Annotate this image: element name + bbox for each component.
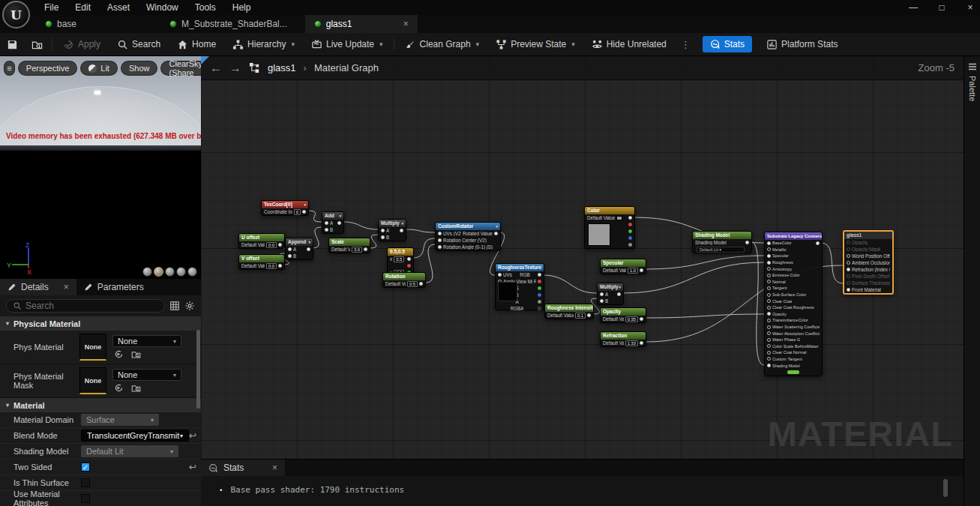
platform-stats-button[interactable]: Platform Stats (758, 33, 846, 55)
graph-node-scale[interactable]: ScaleDefault Value3.0 (328, 238, 370, 253)
breadcrumb-asset-name[interactable]: glass1 (268, 62, 296, 73)
node-dropdown[interactable]: Default Lit ▾ (697, 247, 745, 253)
pin[interactable] (302, 210, 306, 214)
live-update-button[interactable]: Live Update▾ (303, 33, 391, 55)
blend-mode-select[interactable]: TranslucentGreyTransmit▾ (81, 430, 189, 442)
stats-button[interactable]: Stats (703, 36, 752, 52)
graph-node-multiply-2[interactable]: Multiply▾AB (597, 283, 624, 305)
pin[interactable] (767, 293, 771, 297)
tab-glass1[interactable]: glass1 × (305, 15, 418, 33)
pin[interactable] (337, 221, 341, 225)
menu-item[interactable]: Asset (99, 1, 138, 14)
graph-node-v-offset[interactable]: V offsetDefault Value0.0 (238, 254, 285, 270)
pin[interactable] (628, 216, 632, 220)
pin[interactable] (745, 241, 749, 244)
hide-unrelated-button[interactable]: Hide Unrelated (583, 33, 675, 55)
pin[interactable] (767, 351, 771, 355)
minimize-icon[interactable]: — (908, 2, 919, 13)
material-graph-panel[interactable]: ← → glass1 › Material Graph Zoom -5 TexC… (201, 56, 964, 459)
graph-node-color[interactable]: ColorDefault Value (584, 206, 635, 249)
details-scrollbar[interactable] (196, 330, 200, 409)
preview-viewport[interactable]: Video memory has been exhausted (627.348… (0, 56, 201, 279)
tab-parameters[interactable]: Parameters (76, 279, 151, 295)
pin[interactable] (407, 257, 411, 261)
pin[interactable] (640, 341, 643, 345)
pin[interactable] (847, 241, 850, 244)
graph-node-custom-rotator[interactable]: CustomRotator▾UVs (V2)Rotated ValuesRota… (435, 222, 501, 251)
maximize-icon[interactable]: □ (937, 2, 947, 13)
palette-tab[interactable]: Palette (968, 76, 977, 101)
pin[interactable] (628, 229, 632, 233)
pin[interactable] (538, 300, 541, 304)
pin[interactable] (816, 241, 820, 245)
tab-stats[interactable]: Stats × (201, 460, 285, 476)
tab-details[interactable]: Details × (0, 279, 76, 295)
reset-to-default-icon[interactable]: ↩ (189, 430, 196, 441)
pin[interactable] (600, 292, 604, 296)
pin[interactable] (767, 357, 771, 361)
pin[interactable] (538, 293, 541, 297)
search-button[interactable]: Search (109, 33, 169, 55)
pin[interactable] (847, 274, 850, 278)
graph-node-opacity[interactable]: OpacityDefault Value0.35 (600, 307, 646, 323)
pin[interactable] (767, 247, 771, 251)
section-material[interactable]: ▾Material (0, 398, 201, 412)
two-sided-checkbox[interactable]: ✓ (81, 463, 90, 472)
asset-select[interactable]: None▾ (112, 369, 181, 381)
pin[interactable] (538, 273, 541, 277)
graph-node-shading-model[interactable]: Shading ModelShading ModelDefault Lit ▾ (692, 231, 752, 253)
pin[interactable] (628, 223, 632, 226)
menu-item[interactable]: Edit (67, 1, 99, 14)
preview-sphere-button[interactable] (154, 267, 163, 277)
pin[interactable] (438, 238, 442, 242)
shading-model-select[interactable]: Default Lit▾ (81, 445, 178, 457)
pin[interactable] (767, 331, 771, 335)
pin[interactable] (767, 344, 771, 348)
pin[interactable] (538, 286, 541, 290)
browse-asset-icon[interactable] (131, 383, 141, 393)
pin[interactable] (278, 243, 282, 247)
pin[interactable] (767, 364, 771, 367)
pin[interactable] (278, 264, 282, 268)
perspective-button[interactable]: Perspective (18, 61, 77, 76)
pin[interactable] (381, 235, 385, 239)
graph-node-u-offset[interactable]: U offsetDefault Value0.0 (238, 233, 285, 249)
apply-button[interactable]: Apply (55, 33, 109, 55)
graph-node-add[interactable]: Add▾AB (322, 211, 344, 234)
nav-back-icon[interactable]: ← (210, 61, 222, 75)
pin[interactable] (767, 286, 771, 290)
pin[interactable] (767, 312, 771, 316)
home-button[interactable]: Home (169, 33, 224, 55)
pin[interactable] (364, 247, 367, 251)
tab-m-substrate-shaderball[interactable]: M_Substrate_ShaderBal... (160, 15, 296, 33)
menu-item[interactable]: Tools (187, 1, 224, 14)
pin[interactable] (419, 282, 423, 286)
pin[interactable] (847, 281, 850, 285)
pin[interactable] (438, 232, 442, 235)
pin[interactable] (767, 299, 771, 303)
pin[interactable] (617, 292, 621, 296)
save-button[interactable] (0, 33, 25, 55)
pin[interactable] (847, 268, 850, 271)
use-selected-asset-icon[interactable] (114, 349, 124, 359)
tab-close-icon[interactable]: × (403, 19, 409, 29)
pin[interactable] (767, 267, 771, 271)
toolbar-overflow-icon[interactable]: ⋮ (675, 39, 697, 50)
graph-node-rotation[interactable]: RotationDefault Value0.5 (382, 272, 426, 288)
pin[interactable] (307, 247, 310, 251)
pin[interactable] (767, 280, 771, 283)
pin[interactable] (600, 299, 604, 303)
viewport-menu-button[interactable]: ≡ (4, 61, 15, 76)
pin[interactable] (767, 254, 771, 258)
browse-to-asset-button[interactable] (25, 33, 49, 55)
pin[interactable] (767, 338, 771, 342)
pin[interactable] (288, 254, 292, 258)
pin[interactable] (628, 236, 632, 240)
pin[interactable] (847, 288, 850, 292)
section-physical-material[interactable]: ▾Physical Material (0, 316, 201, 331)
clean-graph-button[interactable]: Clean Graph▾ (397, 33, 488, 55)
preview-plane-button[interactable] (165, 267, 175, 277)
pin[interactable] (587, 313, 591, 317)
asset-select[interactable]: None▾ (112, 335, 181, 347)
graph-node-result-glass1[interactable]: glass1OpacityOpacity MaskWorld Position … (843, 230, 894, 295)
